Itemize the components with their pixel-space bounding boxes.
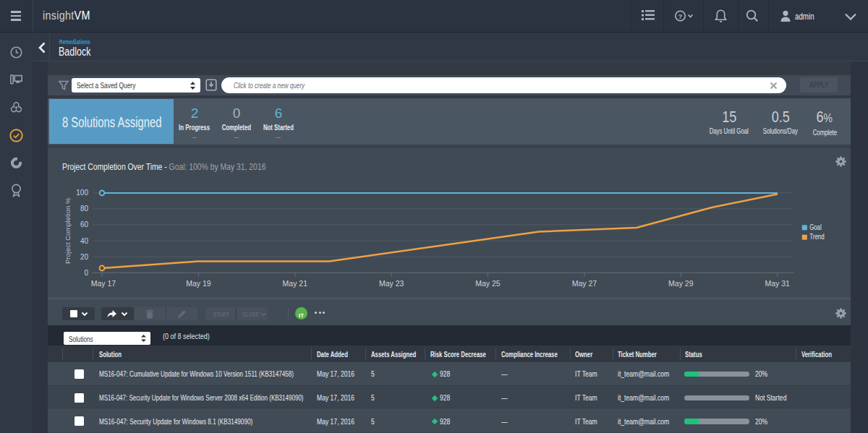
svg-text:May 23: May 23 xyxy=(379,279,404,288)
svg-text:Goal: Goal xyxy=(809,223,822,231)
svg-text:Project Completion %: Project Completion % xyxy=(64,197,72,264)
svg-text:40: 40 xyxy=(80,237,89,245)
svg-text:May 25: May 25 xyxy=(475,279,501,288)
svg-text:0: 0 xyxy=(84,269,88,277)
svg-text:May 29: May 29 xyxy=(668,279,694,288)
svg-text:May 19: May 19 xyxy=(186,279,211,288)
svg-text:Trend: Trend xyxy=(809,232,825,241)
svg-text:May 17: May 17 xyxy=(91,279,116,288)
svg-text:20: 20 xyxy=(80,253,89,261)
svg-text:60: 60 xyxy=(80,220,89,228)
svg-text:100: 100 xyxy=(76,189,88,197)
svg-text:May 21: May 21 xyxy=(283,279,308,288)
svg-text:?: ? xyxy=(678,12,683,20)
svg-text:May 31: May 31 xyxy=(765,279,790,288)
svg-text:80: 80 xyxy=(80,205,89,213)
svg-text:May 27: May 27 xyxy=(572,279,597,288)
